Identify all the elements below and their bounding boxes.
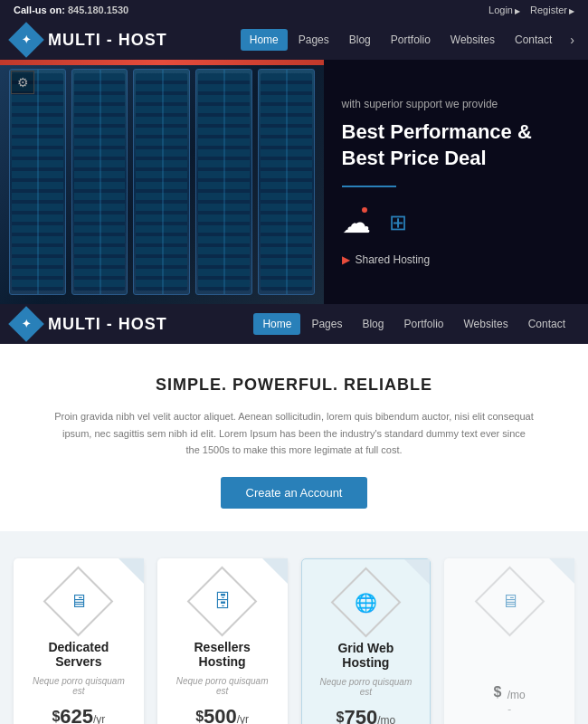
fourth-old-price	[458, 704, 561, 715]
dedicated-icon-diamond: 🖥	[43, 567, 114, 637]
pricing-grid: 🖥 DedicatedServers Neque porro quisquam …	[14, 558, 574, 724]
nav2-portfolio[interactable]: Portfolio	[394, 313, 452, 335]
nav-portfolio[interactable]: Portfolio	[382, 29, 440, 51]
grid-icon-diamond: 🌐	[330, 567, 401, 638]
simple-heading: SIMPLE. POWERFUL. RELIABLE	[54, 376, 534, 395]
nav-contact[interactable]: Contact	[506, 29, 561, 51]
phone-info: Call-us on: 845.180.1530	[14, 5, 128, 15]
login-link[interactable]: Login	[488, 5, 520, 15]
resellers-icon: 🗄	[213, 591, 232, 612]
nav-pages[interactable]: Pages	[289, 29, 338, 51]
server-rack	[0, 60, 324, 304]
logo2-diamond: ✦	[8, 306, 44, 342]
shared-hosting-label: ▶ Shared Hosting	[342, 253, 571, 266]
hero-section: ⚙ with superior support we provide Best …	[0, 60, 588, 304]
cloud-icon: ☁	[342, 205, 371, 240]
logo2-text: MULTI - HOST	[48, 315, 167, 334]
create-account-button[interactable]: Create an Account	[221, 477, 368, 509]
hero-subtitle: with superior support we provide	[342, 98, 571, 110]
nav2-home[interactable]: Home	[253, 313, 300, 335]
logo-text: MULTI - HOST	[48, 31, 167, 50]
fourth-icon-diamond: 🖥	[474, 567, 545, 637]
nav2-websites[interactable]: Websites	[455, 313, 517, 335]
simple-description: Proin gravida nibh vel velit auctor aliq…	[54, 408, 534, 459]
top-bar: Call-us on: 845.180.1530 Login Register	[0, 0, 588, 20]
gear-icon: ⚙	[17, 75, 29, 90]
shared-hosting-text: Shared Hosting	[356, 253, 431, 266]
fourth-title	[458, 640, 561, 654]
hero-icons: ☁ ⊞	[342, 205, 571, 240]
price-card-dedicated: 🖥 DedicatedServers Neque porro quisquam …	[14, 558, 144, 724]
nav-chevron: ›	[570, 33, 574, 47]
nav-home[interactable]: Home	[241, 29, 288, 51]
fourth-icon: 🖥	[500, 591, 518, 612]
server-icon: 🖥	[70, 591, 88, 612]
pricing-section: 🖥 DedicatedServers Neque porro quisquam …	[0, 531, 588, 724]
phone-number: 845.180.1530	[68, 5, 128, 15]
grid-price: $750/mo	[316, 706, 417, 724]
main-header: ✦ MULTI - HOST Home Pages Blog Portfolio…	[0, 20, 588, 60]
hero-divider	[342, 186, 396, 187]
fourth-desc	[458, 662, 561, 672]
nav-websites[interactable]: Websites	[441, 29, 504, 51]
call-label: Call-us on:	[14, 5, 65, 15]
network-icon: ⊞	[389, 210, 407, 235]
secondary-nav: Home Pages Blog Portfolio Websites Conta…	[253, 313, 574, 335]
hero-image: ⚙	[0, 60, 324, 304]
hero-title: Best Performance & Best Price Deal	[342, 119, 571, 171]
register-link[interactable]: Register	[530, 5, 574, 15]
price-card-fourth: 🖥 $ /mo See More	[444, 558, 574, 724]
logo: ✦ MULTI - HOST	[14, 27, 167, 52]
grid-desc: Neque porro quisquam est	[316, 677, 417, 697]
price-card-grid: 🌐 Grid WebHosting Neque porro quisquam e…	[301, 558, 432, 724]
nav2-contact[interactable]: Contact	[519, 313, 574, 335]
nav-blog[interactable]: Blog	[340, 29, 380, 51]
price-card-resellers: 🗄 ResellersHosting Neque porro quisquam …	[157, 558, 288, 724]
dedicated-price: $625/yr	[27, 705, 130, 724]
nav2-pages[interactable]: Pages	[302, 313, 351, 335]
nav2-blog[interactable]: Blog	[353, 313, 393, 335]
logo-diamond: ✦	[8, 22, 44, 58]
hero-content: with superior support we provide Best Pe…	[324, 60, 589, 304]
resellers-desc: Neque porro quisquam est	[171, 676, 274, 696]
arrow-icon: ▶	[342, 253, 350, 266]
auth-links: Login Register	[481, 5, 574, 15]
dedicated-desc: Neque porro quisquam est	[27, 676, 130, 696]
resellers-icon-diamond: 🗄	[187, 567, 258, 637]
resellers-price: $500/yr	[171, 705, 274, 724]
resellers-title: ResellersHosting	[171, 640, 274, 669]
grid-icon: 🌐	[355, 592, 377, 614]
gear-button[interactable]: ⚙	[11, 71, 34, 94]
simple-section: SIMPLE. POWERFUL. RELIABLE Proin gravida…	[0, 344, 588, 531]
main-nav: Home Pages Blog Portfolio Websites Conta…	[241, 29, 574, 51]
logo2: ✦ MULTI - HOST	[14, 311, 167, 337]
dedicated-title: DedicatedServers	[27, 640, 130, 669]
grid-title: Grid WebHosting	[316, 641, 417, 670]
fourth-price: $ /mo	[458, 681, 561, 704]
secondary-header: ✦ MULTI - HOST Home Pages Blog Portfolio…	[0, 304, 588, 344]
